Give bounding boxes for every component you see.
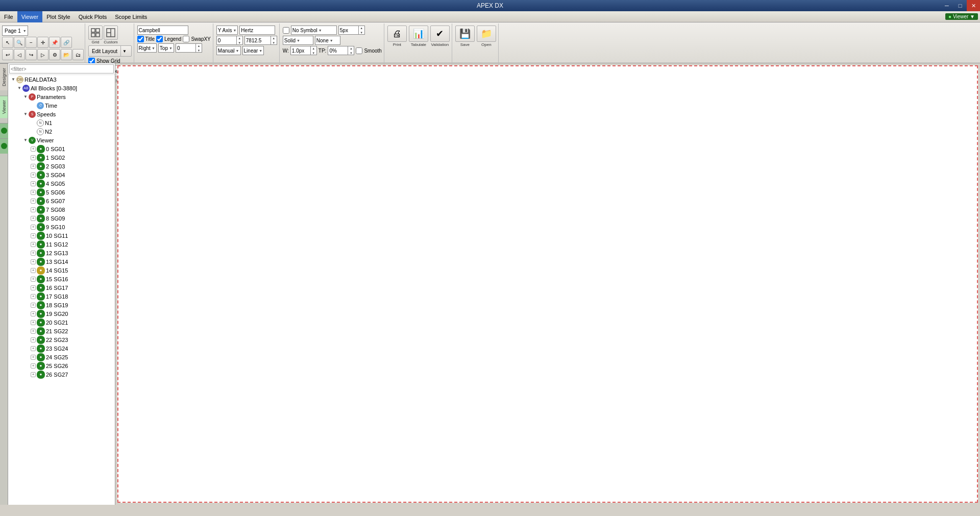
signal-expand-1[interactable]: + (31, 155, 36, 160)
signal-expand-0[interactable]: + (31, 146, 36, 152)
menu-file[interactable]: File (0, 11, 17, 22)
signal-expand-21[interactable]: + (31, 329, 36, 334)
signal-expand-11[interactable]: + (31, 242, 36, 247)
signal-node-21[interactable]: +●21 SG22 (8, 327, 115, 335)
signal-node-10[interactable]: +●10 SG11 (8, 231, 115, 240)
edit-layout-btn[interactable]: Edit Layout ▼ (88, 45, 132, 57)
time-expander[interactable]: ▷ (31, 103, 37, 109)
signal-expand-5[interactable]: + (31, 190, 36, 195)
signal-node-23[interactable]: +●23 SG24 (8, 344, 115, 353)
settings-btn[interactable]: ⚙ (49, 49, 60, 60)
yaxis-dropdown[interactable]: Y Axis ▼ (216, 26, 238, 35)
save-button[interactable]: 💾 (455, 26, 475, 42)
close-button[interactable]: ✕ (967, 0, 980, 11)
align-top-dropdown[interactable]: Top ▼ (158, 43, 174, 53)
signal-expand-10[interactable]: + (31, 233, 36, 238)
designer-tab[interactable]: Designer (0, 63, 8, 90)
signal-expand-6[interactable]: + (31, 199, 36, 204)
signal-expand-17[interactable]: + (31, 294, 36, 299)
menu-plotstyle[interactable]: Plot Style (42, 11, 74, 22)
signal-node-22[interactable]: +●22 SG23 (8, 335, 115, 344)
theme-input[interactable] (137, 26, 188, 35)
signal-node-25[interactable]: +●25 SG26 (8, 361, 115, 370)
zoom-out-btn[interactable]: − (26, 37, 37, 48)
signal-expand-4[interactable]: + (31, 181, 36, 186)
n2-node[interactable]: ▷ N N2 (8, 127, 115, 136)
weight-input[interactable] (291, 46, 310, 55)
tp-spinner[interactable]: ▲ ▼ (328, 46, 354, 55)
smooth-checkbox[interactable] (356, 47, 362, 54)
back-btn[interactable]: ◁ (14, 49, 25, 60)
interp-type-dropdown[interactable]: Linear ▼ (242, 46, 264, 55)
signal-node-14[interactable]: +●14 SG15 (8, 266, 115, 275)
custom-button[interactable] (104, 26, 118, 40)
cursor-btn[interactable]: ↖ (2, 37, 13, 48)
signal-node-24[interactable]: +●24 SG25 (8, 353, 115, 361)
ymax-dn[interactable]: ▼ (271, 40, 277, 45)
fwd-btn[interactable]: ▷ (37, 49, 48, 60)
parameters-node[interactable]: ▼ P Parameters (8, 92, 115, 101)
minimize-button[interactable]: ─ (940, 0, 953, 11)
signal-node-26[interactable]: +●26 SG27 (8, 370, 115, 379)
signal-expand-16[interactable]: + (31, 285, 36, 290)
signal-expand-15[interactable]: + (31, 277, 36, 282)
extra-tab1[interactable] (0, 123, 8, 138)
w-up[interactable]: ▲ (310, 46, 316, 51)
viewer-tab[interactable]: Viewer (0, 95, 8, 118)
n1-node[interactable]: ▷ N N1 (8, 118, 115, 127)
signal-expand-13[interactable]: + (31, 259, 36, 264)
signal-node-0[interactable]: +●0 SG01 (8, 144, 115, 153)
params-expander[interactable]: ▼ (22, 94, 29, 100)
signal-expand-22[interactable]: + (31, 337, 36, 342)
w-dn[interactable]: ▼ (310, 51, 316, 55)
tree-root[interactable]: ▼ DB REALDATA3 (8, 75, 115, 84)
undo-btn[interactable]: ↩ (2, 49, 13, 60)
align-up[interactable]: ▲ (195, 43, 202, 48)
canvas-area[interactable] (117, 65, 978, 503)
open-button[interactable]: 📁 (477, 26, 496, 42)
menu-quickplots[interactable]: Quick Plots (75, 11, 111, 22)
link-btn[interactable]: 🔗 (61, 37, 72, 48)
signal-node-6[interactable]: +●6 SG07 (8, 196, 115, 205)
signal-node-8[interactable]: +●8 SG09 (8, 214, 115, 223)
signal-expand-9[interactable]: + (31, 225, 36, 230)
yaxis-max-input[interactable] (245, 36, 271, 44)
tp-input[interactable] (328, 46, 348, 55)
menu-viewer[interactable]: Viewer (17, 11, 42, 22)
tabulate-button[interactable]: 📊 (409, 26, 428, 42)
signal-expand-19[interactable]: + (31, 311, 36, 316)
signal-expand-24[interactable]: + (31, 355, 36, 360)
signal-expand-14[interactable]: + (31, 268, 36, 273)
swapxy-checkbox[interactable] (183, 36, 189, 42)
signal-node-17[interactable]: +●17 SG18 (8, 292, 115, 301)
signal-expand-2[interactable]: + (31, 164, 36, 169)
n2-expander[interactable]: ▷ (31, 129, 37, 135)
line-color-dropdown[interactable]: None ▼ (315, 36, 340, 45)
scale-type-dropdown[interactable]: Manual ▼ (216, 46, 241, 55)
pin-btn[interactable]: 📌 (49, 37, 60, 48)
signal-node-7[interactable]: +●7 SG08 (8, 205, 115, 214)
signal-expand-18[interactable]: + (31, 303, 36, 308)
signal-expand-20[interactable]: + (31, 320, 36, 325)
signal-expand-26[interactable]: + (31, 372, 36, 377)
sym-up[interactable]: ▲ (358, 26, 364, 30)
signal-node-12[interactable]: +●12 SG13 (8, 249, 115, 257)
viewer-node[interactable]: ▼ V Viewer (8, 136, 115, 144)
ymax-up[interactable]: ▲ (271, 36, 277, 40)
yaxis-unit-input[interactable] (239, 26, 275, 35)
yaxis-max-spinner[interactable]: ▲ ▼ (244, 36, 277, 45)
signal-node-15[interactable]: +●15 SG16 (8, 275, 115, 283)
folder-btn[interactable]: 🗂 (72, 49, 84, 60)
signal-node-5[interactable]: +●5 SG06 (8, 188, 115, 196)
validation-button[interactable]: ✔ (430, 26, 450, 42)
signal-node-16[interactable]: +●16 SG17 (8, 283, 115, 292)
signal-expand-12[interactable]: + (31, 251, 36, 256)
n1-expander[interactable]: ▷ (31, 120, 37, 126)
extra-tab2[interactable] (0, 138, 8, 154)
tp-up[interactable]: ▲ (348, 46, 354, 51)
speeds-expander[interactable]: ▼ (22, 111, 29, 117)
legend-checkbox[interactable] (156, 36, 163, 42)
signal-node-18[interactable]: +●18 SG19 (8, 301, 115, 309)
align-right-dropdown[interactable]: Right ▼ (137, 43, 157, 53)
align-dn[interactable]: ▼ (195, 48, 202, 53)
